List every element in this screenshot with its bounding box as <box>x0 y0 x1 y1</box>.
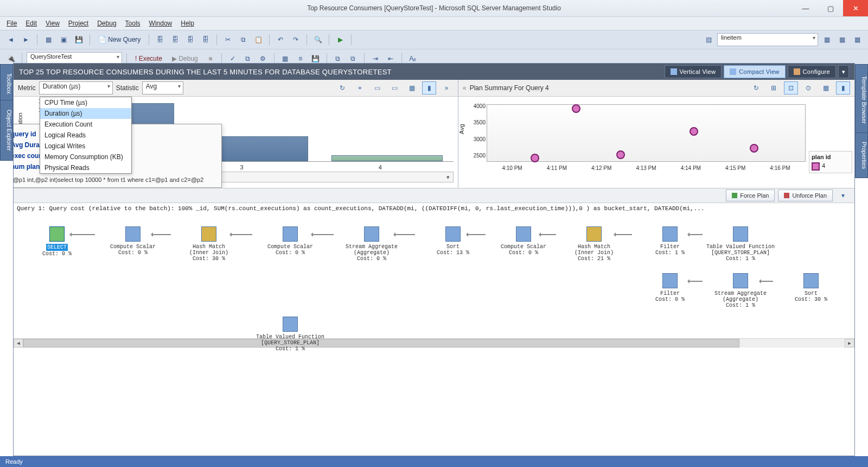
scroll-right-icon[interactable]: ► <box>845 339 854 348</box>
paste-icon[interactable]: 📋 <box>252 33 265 46</box>
expand-left-icon[interactable]: « <box>463 84 467 92</box>
plan-node[interactable]: Compute ScalarCost: 0 % <box>95 226 171 256</box>
forward-icon[interactable]: ► <box>20 33 33 46</box>
menu-debug[interactable]: Debug <box>94 18 119 28</box>
save-icon[interactable]: 💾 <box>72 33 85 46</box>
unforce-plan-button[interactable]: Unforce Plan <box>778 190 833 201</box>
plan-node[interactable]: SortCost: 30 % <box>773 273 849 302</box>
plan-node[interactable]: SortCost: 13 % <box>415 226 491 256</box>
toolbox-tab[interactable]: Toolbox <box>0 64 13 103</box>
plan-summary-panel: « Plan Summary For Query 4 ↻ ⊞ ⊡ ⊙ ▦ ▮ A… <box>458 80 854 188</box>
left-panel-header: Metric Duration (µs) Statistic Avg ↻ ⌖ ▭… <box>14 80 458 97</box>
metric-dropdown: CPU Time (µs) Duration (µs) Execution Co… <box>40 97 132 174</box>
view-query-icon[interactable]: ▭ <box>387 81 401 94</box>
plan-node[interactable]: FilterCost: 0 % <box>632 273 708 302</box>
plan-node[interactable]: Hash Match (Inner Join)Cost: 30 % <box>171 226 247 262</box>
execution-plan-area: Query 1: Query cost (relative to the bat… <box>14 203 854 456</box>
banner-more-icon[interactable]: ▾ <box>838 65 849 78</box>
plan-node[interactable]: Hash Match (Inner Join)Cost: 21 % <box>556 226 632 262</box>
view-chart-icon[interactable]: ▮ <box>836 81 850 94</box>
plan-node[interactable]: Compute ScalarCost: 0 % <box>486 226 561 256</box>
execute-button[interactable]: ! Execute <box>131 53 166 64</box>
plan-graph[interactable]: SELECTCost: 0 % Compute ScalarCost: 0 % … <box>14 213 854 338</box>
x-tick: 4:15 PM <box>725 165 745 171</box>
scatter-point[interactable] <box>690 127 698 136</box>
axis-icon[interactable]: ⊞ <box>767 81 781 94</box>
x-tick: 4:11 PM <box>547 165 567 171</box>
hash-match-icon <box>201 226 216 242</box>
db-icon[interactable]: 🗄 <box>154 33 167 46</box>
plan-scrollbar[interactable]: ◄ ► <box>14 338 854 348</box>
plan-node[interactable]: Stream Aggregate (Aggregate)Cost: 1 % <box>703 273 778 308</box>
query-text: Query 1: Query cost (relative to the bat… <box>14 204 854 213</box>
expand-icon[interactable]: » <box>439 81 454 94</box>
plan-node[interactable]: Table Valued Function [QUERY_STORE_PLAN]… <box>252 317 328 352</box>
db-icon4[interactable]: 🗄 <box>199 33 212 46</box>
menu-view[interactable]: View <box>42 18 63 28</box>
plan-node-select[interactable]: SELECTCost: 0 % <box>19 226 95 257</box>
force-plan-button[interactable]: Force Plan <box>726 190 775 201</box>
grid-icon2[interactable]: ▦ <box>819 81 833 94</box>
object-explorer-tab[interactable]: Object Explorer <box>0 100 13 161</box>
plan-node[interactable]: Compute ScalarCost: 0 % <box>252 226 328 256</box>
properties-tab[interactable]: Properties <box>855 132 868 178</box>
refresh-icon[interactable]: ↻ <box>749 81 763 94</box>
metric-combo[interactable]: Duration (µs) <box>39 81 113 94</box>
db-icon2[interactable]: 🗄 <box>169 33 182 46</box>
menu-edit[interactable]: Edit <box>22 18 40 28</box>
metric-option-selected[interactable]: Duration (µs) <box>40 108 131 119</box>
find-icon[interactable]: 🔍 <box>311 33 324 46</box>
refresh-icon[interactable]: ↻ <box>335 81 349 94</box>
statistic-combo[interactable]: Avg <box>142 81 183 94</box>
plan-node[interactable]: Stream Aggregate (Aggregate)Cost: 0 % <box>334 226 410 262</box>
schema-icon2[interactable]: ▦ <box>835 33 848 46</box>
bar-query-4[interactable] <box>331 155 443 161</box>
configure-button[interactable]: Configure <box>788 65 836 78</box>
cut-icon[interactable]: ✂ <box>221 33 234 46</box>
scatter-point[interactable] <box>531 154 539 162</box>
tooltip-sql: (@p1 int,@p2 int)select top 10000 * from… <box>14 176 215 183</box>
scatter-point[interactable] <box>572 104 580 113</box>
menu-file[interactable]: File <box>3 18 20 28</box>
plan-chart-icon[interactable]: ⊡ <box>784 81 798 94</box>
new-query-button[interactable]: 📄 New Query <box>94 34 144 45</box>
metric-option[interactable]: CPU Time (µs) <box>40 97 131 108</box>
metric-option[interactable]: Logical Reads <box>40 130 131 141</box>
grid-icon[interactable]: ▦ <box>405 81 419 94</box>
debug-button[interactable]: ▶ Debug <box>168 53 202 64</box>
scatter-point[interactable] <box>750 144 758 153</box>
run-icon[interactable]: ▶ <box>334 33 347 46</box>
schema-icon[interactable]: ▦ <box>820 33 833 46</box>
menu-project[interactable]: Project <box>65 18 92 28</box>
metric-option[interactable]: Logical Writes <box>40 141 131 152</box>
menu-window[interactable]: Window <box>146 18 176 28</box>
open-icon[interactable]: ▣ <box>57 33 70 46</box>
copy-icon[interactable]: ⧉ <box>237 33 250 46</box>
menu-tools[interactable]: Tools <box>122 18 144 28</box>
chart-icon[interactable]: ▮ <box>422 81 436 94</box>
plan-node[interactable]: Table Valued Function [QUERY_STORE_PLAN]… <box>703 226 778 262</box>
db-icon3[interactable]: 🗄 <box>184 33 197 46</box>
plan-node[interactable]: FilterCost: 1 % <box>632 226 708 256</box>
compact-view-button[interactable]: Compact View <box>724 65 785 78</box>
object-combo[interactable]: lineitem <box>717 33 818 46</box>
scroll-left-icon[interactable]: ◄ <box>14 339 23 348</box>
schema-icon3[interactable]: ▦ <box>851 33 864 46</box>
template-browser-tab[interactable]: Template Browser <box>855 64 868 136</box>
new-project-icon[interactable]: ▦ <box>42 33 55 46</box>
bubble-icon[interactable]: ⊙ <box>801 81 815 94</box>
back-icon[interactable]: ◄ <box>4 33 17 46</box>
scatter-point[interactable] <box>616 150 625 159</box>
undo-icon[interactable]: ↶ <box>274 33 287 46</box>
banner-title: TOP 25 TOP RESOURCE CONSUMERS DURING THE… <box>19 68 392 76</box>
table-icon[interactable]: ▤ <box>702 33 715 46</box>
sql-icon[interactable]: ▭ <box>370 81 384 94</box>
metric-option[interactable]: Memory Consumption (KB) <box>40 152 131 162</box>
plan-menu-icon[interactable]: ▾ <box>836 189 850 202</box>
vertical-view-button[interactable]: Vertical View <box>665 65 722 78</box>
menu-help[interactable]: Help <box>177 18 197 28</box>
redo-icon[interactable]: ↷ <box>289 33 302 46</box>
metric-option[interactable]: Physical Reads <box>40 162 131 173</box>
target-icon[interactable]: ⌖ <box>353 81 367 94</box>
metric-option[interactable]: Execution Count <box>40 119 131 130</box>
